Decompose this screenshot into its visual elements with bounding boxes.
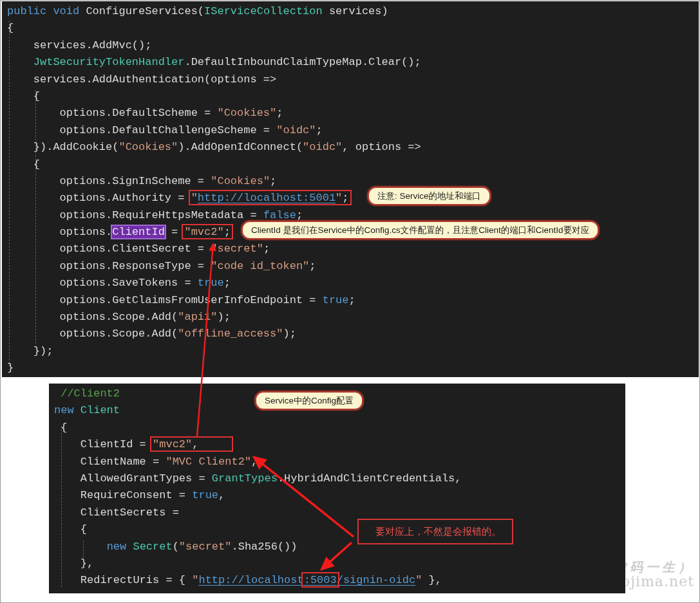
code-token: new: [107, 541, 127, 553]
code-token: }: [7, 362, 14, 374]
code-line: ClientSecrets =: [54, 505, 625, 521]
code-token: RequireConsent =: [54, 489, 192, 501]
code-token: .HybridAndClientCredentials,: [278, 472, 462, 485]
code-token: [126, 541, 133, 553]
code-token: new: [54, 404, 74, 416]
code-token: .Sha256()): [231, 541, 297, 553]
code-line: options.Authority = "http://localhost:50…: [7, 190, 699, 207]
annotation-red-box: "http://localhost:5001";: [191, 192, 349, 204]
code-token: options.GetClaimsFromUserInfoEndpoint =: [7, 294, 323, 306]
screenshot-root: public void ConfigureServices(IServiceCo…: [0, 0, 700, 603]
code-token: {: [54, 523, 87, 535]
code-token: "secret": [211, 243, 263, 255]
code-line: }).AddCookie("Cookies").AddOpenIdConnect…: [7, 139, 699, 156]
code-line: {: [7, 20, 699, 37]
callout-clientid-note: ClientId 是我们在Service中的Config.cs文件配置的，且注意…: [241, 221, 599, 239]
code-line: },: [54, 555, 625, 572]
code-token: //Client2: [54, 387, 120, 400]
url-link[interactable]: :5003: [304, 574, 337, 586]
code-token: ,: [251, 456, 258, 468]
code-line: options.Scope.Add("offline_access");: [7, 326, 699, 342]
code-token: ).AddOpenIdConnect(: [178, 141, 303, 153]
code-token: ,: [218, 489, 225, 501]
code-editor-client-config[interactable]: //Client2new Client { ClientId = "mvc2",…: [49, 384, 625, 593]
code-token: options.SaveTokens =: [7, 277, 198, 289]
code-token: .DefaultInboundClaimTypeMap.Clear();: [184, 56, 421, 68]
code-line: RedirectUris = { "http://localhost:5003/…: [54, 572, 625, 589]
code-token: "Cookies": [211, 175, 270, 187]
code-token: },: [54, 557, 93, 570]
code-token: options.: [7, 226, 112, 238]
code-token: services): [323, 5, 388, 17]
code-line: options.GetClaimsFromUserInfoEndpoint = …: [7, 292, 699, 309]
code-token: ClientId =: [54, 438, 153, 450]
code-token: services.AddAuthentication(options =>: [7, 73, 276, 86]
callout-authority-note: 注意: Service的地址和端口: [368, 187, 491, 205]
code-token: , options =>: [342, 141, 421, 153]
code-token: }).AddCookie(: [7, 141, 118, 153]
code-token: ;: [224, 226, 231, 238]
code-line: {: [54, 420, 625, 436]
code-token: );: [217, 311, 230, 323]
code-token: =: [165, 226, 185, 238]
code-token: options.DefaultScheme =: [7, 107, 217, 119]
code-token: options.RequireHttpsMetadata =: [7, 209, 263, 221]
code-token: {: [7, 22, 14, 34]
code-token: AllowedGrantTypes =: [54, 472, 212, 485]
code-token: ;: [224, 277, 231, 289]
alert-match-warning: 要对应上，不然是会报错的。: [357, 519, 513, 544]
code-token: "code id_token": [211, 260, 309, 272]
code-token: [54, 541, 107, 553]
code-token: ;: [296, 209, 303, 221]
annotation-red-box: "mvc2",: [153, 438, 198, 450]
code-token: ": [415, 574, 422, 586]
code-token: "oidc": [303, 141, 342, 153]
code-token: {: [7, 158, 40, 171]
url-link[interactable]: http://localhost: [198, 574, 303, 586]
url-link[interactable]: http://localhost:5001: [198, 192, 336, 204]
callout-config-note: Service中的Config配置: [255, 391, 363, 410]
code-token: "secret": [179, 541, 232, 553]
code-token: services.AddMvc();: [7, 39, 151, 51]
code-token: options.SignInScheme =: [7, 175, 211, 187]
code-line: JwtSecurityTokenHandler.DefaultInboundCl…: [7, 54, 699, 71]
code-token: true: [323, 294, 349, 306]
url-link[interactable]: /signin-oidc: [337, 574, 415, 586]
code-token: true: [192, 489, 218, 501]
code-token: (: [173, 541, 179, 553]
code-token: IServiceCollection: [204, 5, 323, 17]
annotation-red-box: :5003: [304, 574, 337, 586]
code-token: options.Scope.Add(: [7, 328, 178, 340]
code-token: "Cookies": [118, 141, 178, 153]
code-line: {: [7, 88, 699, 105]
code-block-bottom: //Client2new Client { ClientId = "mvc2",…: [49, 384, 625, 589]
code-token: ConfigureServices(: [86, 5, 204, 17]
code-token: JwtSecurityTokenHandler: [33, 56, 185, 68]
annotation-red-box: "mvc2";: [184, 226, 230, 238]
code-line: services.AddAuthentication(options =>: [7, 71, 699, 88]
code-token: RedirectUris = {: [54, 574, 192, 586]
watermark-cn: （农码一生）: [561, 560, 694, 574]
code-token: ClientSecrets =: [54, 506, 179, 519]
code-token: ;: [342, 192, 348, 204]
code-line: ClientId = "mvc2",: [54, 436, 625, 453]
code-editor-configure-services[interactable]: public void ConfigureServices(IServiceCo…: [2, 1, 699, 377]
code-token: true: [198, 277, 224, 289]
code-token: });: [7, 345, 53, 357]
code-block-top: public void ConfigureServices(IServiceCo…: [2, 1, 699, 377]
code-token: {: [54, 422, 67, 434]
code-line: }: [7, 360, 699, 376]
code-token: "api1": [178, 311, 217, 323]
code-token: {: [7, 90, 40, 102]
code-token: ;: [276, 107, 283, 119]
code-line: options.Scope.Add("api1");: [7, 309, 699, 326]
watermark: （农码一生） www.haojima.net: [561, 560, 694, 589]
alert-text: 要对应上，不然是会报错的。: [375, 526, 501, 538]
code-line: AllowedGrantTypes = GrantTypes.HybridAnd…: [54, 470, 625, 487]
code-token: options.Scope.Add(: [7, 311, 178, 323]
code-line: {: [7, 156, 699, 173]
code-token: "Cookies": [217, 107, 276, 119]
code-token: Secret: [133, 541, 172, 553]
code-token: ": [336, 192, 342, 204]
code-token: ;: [349, 294, 355, 306]
